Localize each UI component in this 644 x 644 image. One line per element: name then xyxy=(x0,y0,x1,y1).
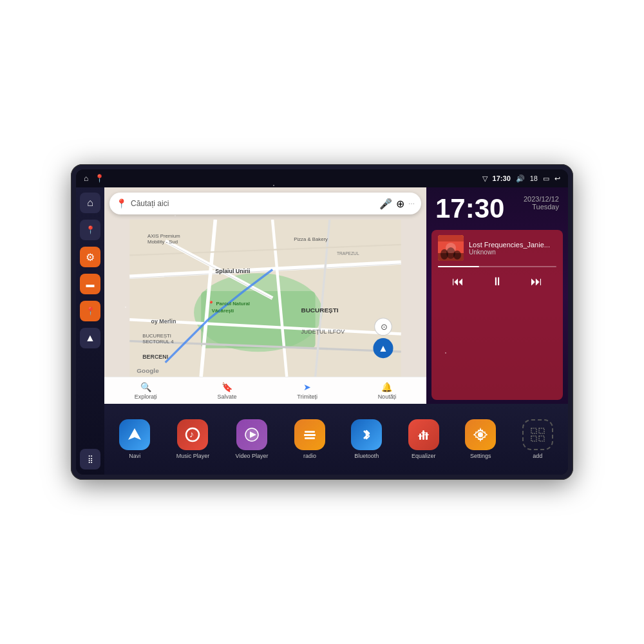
svg-text:Văcărești: Văcărești xyxy=(212,308,234,314)
arrow-up-icon: ▲ xyxy=(85,332,95,344)
news-label: Noutăți xyxy=(378,393,397,400)
grid-icon: ⣿ xyxy=(88,455,93,464)
wifi-icon: ▽ xyxy=(482,175,488,183)
music-label: Music Player xyxy=(176,453,210,459)
prev-button[interactable]: ⏮ xyxy=(447,272,469,291)
app-item-radio[interactable]: radio xyxy=(294,419,325,459)
app-item-music[interactable]: ♪ Music Player xyxy=(176,419,210,459)
video-label: Video Player xyxy=(236,453,269,459)
svg-text:AXIS Premium: AXIS Premium xyxy=(147,233,180,239)
app-item-equalizer[interactable]: Equalizer xyxy=(408,419,439,459)
map-nav-saved[interactable]: 🔖 Salvate xyxy=(218,382,237,400)
status-right: ▽ 17:30 🔊 18 ▭ ↩ xyxy=(482,175,560,183)
svg-text:JUDEȚUL ILFOV: JUDEȚUL ILFOV xyxy=(301,328,345,335)
clock-time: 17:30 xyxy=(435,195,504,222)
map-pin-icon: 📍 xyxy=(116,198,127,209)
map-bottom-nav: 🔍 Explorați 🔖 Salvate ➤ Trimiteți xyxy=(104,377,426,404)
map-nav-news[interactable]: 🔔 Noutăți xyxy=(378,382,397,400)
back-icon[interactable]: ↩ xyxy=(554,175,560,183)
sidebar-grid-btn[interactable]: ⣿ xyxy=(80,449,100,469)
main-content: ⌂ 📍 ⚙ ▬ 📍 ▲ ⣿ xyxy=(76,187,568,475)
app-item-add[interactable]: add xyxy=(522,419,553,459)
map-nav-send[interactable]: ➤ Trimiteți xyxy=(297,382,317,400)
svg-rect-47 xyxy=(422,430,424,440)
clock-date-day: Tuesday xyxy=(524,203,559,211)
svg-rect-51 xyxy=(424,434,429,435)
map-search-text: Căutați aici xyxy=(131,199,375,208)
settings-icon-wrap xyxy=(465,419,496,450)
saved-icon: 🔖 xyxy=(222,382,232,392)
sidebar-maps-btn[interactable]: 📍 xyxy=(80,220,100,240)
svg-text:Splaiul Unirii: Splaiul Unirii xyxy=(215,268,250,274)
map-nav-explore[interactable]: 🔍 Explorați xyxy=(135,382,157,400)
svg-point-37 xyxy=(453,251,461,260)
track-details: Lost Frequencies_Janie... Unknown xyxy=(469,241,556,256)
svg-rect-44 xyxy=(304,434,316,436)
svg-rect-43 xyxy=(305,431,315,433)
track-title: Lost Frequencies_Janie... xyxy=(469,241,556,249)
more-icon[interactable]: ⋯ xyxy=(408,200,415,207)
map-svg: AXIS Premium Mobility - Sud Pizza & Bake… xyxy=(104,220,426,377)
add-label: add xyxy=(533,453,542,459)
app-item-settings[interactable]: Settings xyxy=(465,419,496,459)
radio-label: radio xyxy=(303,453,316,459)
navi-label: Navi xyxy=(129,453,140,459)
svg-rect-45 xyxy=(305,437,315,439)
map-search-bar[interactable]: 📍 Căutați aici 🎤 ⊕ ⋯ xyxy=(109,193,421,214)
sidebar-home-btn[interactable]: ⌂ xyxy=(80,193,100,213)
settings-icon: ⚙ xyxy=(86,251,95,263)
equalizer-label: Equalizer xyxy=(412,453,436,459)
pause-button[interactable]: ⏸ xyxy=(486,272,508,291)
svg-text:oy Merlin: oy Merlin xyxy=(151,318,176,325)
sidebar-files-btn[interactable]: ▬ xyxy=(80,274,100,294)
mic-icon[interactable]: 🎤 xyxy=(379,198,392,210)
map-container[interactable]: 📍 Căutați aici 🎤 ⊕ ⋯ xyxy=(104,187,426,404)
sidebar: ⌂ 📍 ⚙ ▬ 📍 ▲ ⣿ xyxy=(76,187,104,475)
bt-icon-wrap xyxy=(351,419,382,450)
explore-icon: 🔍 xyxy=(140,382,151,392)
svg-text:Google: Google xyxy=(137,367,159,374)
svg-text:SECTORUL 4: SECTORUL 4 xyxy=(142,339,174,345)
svg-rect-56 xyxy=(539,436,544,441)
center-area: 📍 Căutați aici 🎤 ⊕ ⋯ xyxy=(104,187,568,475)
svg-text:Mobility - Sud: Mobility - Sud xyxy=(147,239,178,245)
add-icon-wrap xyxy=(522,419,553,450)
bluetooth-label: Bluetooth xyxy=(354,453,379,459)
news-icon: 🔔 xyxy=(381,382,392,392)
svg-rect-48 xyxy=(426,432,428,440)
video-icon-wrap xyxy=(236,419,267,450)
volume-icon: 🔊 xyxy=(516,175,525,183)
sidebar-settings-btn[interactable]: ⚙ xyxy=(80,247,100,267)
svg-text:📍 Parcul Natural: 📍 Parcul Natural xyxy=(208,300,250,307)
app-item-bluetooth[interactable]: Bluetooth xyxy=(351,419,382,459)
radio-icon-wrap xyxy=(294,419,325,450)
battery-icon: ▭ xyxy=(543,175,549,183)
app-item-video[interactable]: Video Player xyxy=(236,419,269,459)
app-grid: Navi ♪ Music Player xyxy=(111,419,562,459)
app-item-navi[interactable]: Navi xyxy=(119,419,150,459)
svg-text:BUCUREȘTI: BUCUREȘTI xyxy=(142,333,171,339)
sidebar-arrow-btn[interactable]: ▲ xyxy=(80,328,100,348)
svg-text:⊙: ⊙ xyxy=(381,322,388,332)
music-player: Lost Frequencies_Janie... Unknown ⏮ ⏸ ⏭ xyxy=(431,230,563,400)
sidebar-nav-btn[interactable]: 📍 xyxy=(80,301,100,321)
right-panel: 17:30 2023/12/12 Tuesday xyxy=(426,187,568,404)
svg-rect-49 xyxy=(418,435,422,437)
status-bar: ⌂ 📍 ▽ 17:30 🔊 18 ▭ ↩ xyxy=(76,169,568,187)
svg-text:BUCUREȘTI: BUCUREȘTI xyxy=(301,307,338,314)
saved-label: Salvate xyxy=(218,393,237,400)
car-display-device: ⌂ 📍 ▽ 17:30 🔊 18 ▭ ↩ ⌂ 📍 xyxy=(71,164,573,480)
layers-icon[interactable]: ⊕ xyxy=(396,198,404,210)
map-search-icons: 🎤 ⊕ ⋯ xyxy=(379,198,415,210)
next-button[interactable]: ⏭ xyxy=(526,272,547,291)
status-left: ⌂ 📍 xyxy=(84,174,104,183)
svg-rect-54 xyxy=(539,428,544,433)
svg-text:TRAPEZUL: TRAPEZUL xyxy=(337,251,359,256)
music-progress-bar[interactable] xyxy=(438,266,556,267)
music-track-info: Lost Frequencies_Janie... Unknown xyxy=(438,235,556,261)
svg-text:▲: ▲ xyxy=(378,343,388,354)
svg-rect-2 xyxy=(201,291,315,348)
send-icon: ➤ xyxy=(303,382,311,392)
explore-label: Explorați xyxy=(135,393,157,400)
svg-rect-50 xyxy=(421,432,426,433)
